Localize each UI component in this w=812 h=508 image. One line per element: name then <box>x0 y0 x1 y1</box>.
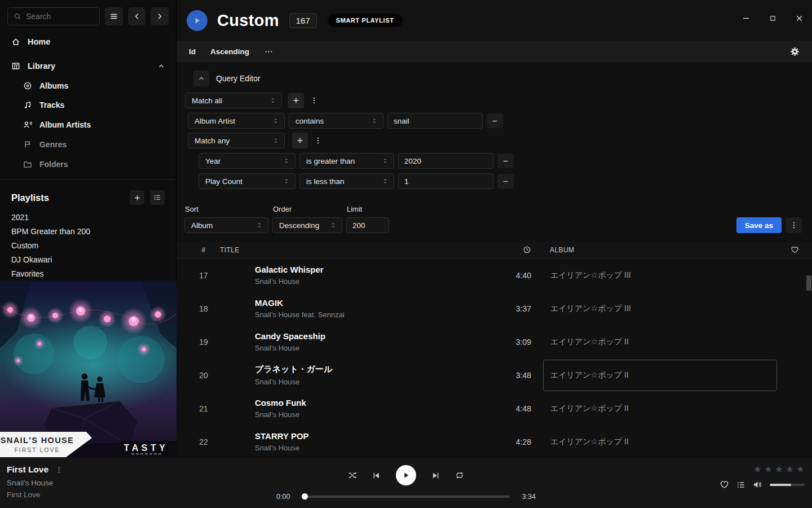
table-row[interactable]: 18 MAGIK Snail’s House feat. Sennzai 3:3… <box>176 292 812 325</box>
track-count-badge: 167 <box>289 13 317 28</box>
folders-label: Folders <box>39 160 68 169</box>
plus-icon <box>296 137 304 144</box>
sort-field-button[interactable]: Id <box>189 47 196 56</box>
root-match-select[interactable]: Match all <box>185 93 282 108</box>
volume-slider[interactable] <box>770 484 805 486</box>
player-right <box>720 465 805 489</box>
group-add-rule-button[interactable] <box>292 133 308 148</box>
rating-star-2[interactable] <box>764 465 773 474</box>
menu-button[interactable] <box>105 7 123 25</box>
now-playing-album-art[interactable]: SNAIL'S HOUSE FIRST LOVE TASTY <box>0 281 176 457</box>
queue-button[interactable] <box>736 480 745 489</box>
now-playing-info: First Love Snail’s House First Love <box>7 465 63 499</box>
song-album[interactable]: エイリアン☆ポップ II <box>543 393 777 424</box>
rule3-operator-select[interactable]: is less than <box>299 173 394 189</box>
add-rule-button[interactable] <box>288 93 304 108</box>
favorite-button[interactable] <box>720 480 729 489</box>
column-header-index[interactable]: # <box>192 246 215 254</box>
window-maximize-button[interactable] <box>767 13 778 23</box>
query-sort-select[interactable]: Album <box>184 217 268 233</box>
playlist-list-button[interactable] <box>150 190 165 205</box>
now-playing-menu-button[interactable] <box>55 466 63 474</box>
song-album[interactable]: エイリアン☆ポップ II <box>543 326 777 358</box>
rule1-remove-button[interactable] <box>487 113 503 128</box>
rating-star-3[interactable] <box>775 465 783 474</box>
rating-star-4[interactable] <box>785 465 794 474</box>
settings-button[interactable] <box>790 47 800 56</box>
rule2-remove-button[interactable] <box>497 154 514 168</box>
previous-track-button[interactable] <box>372 471 381 480</box>
column-header-duration[interactable] <box>486 246 531 254</box>
song-album[interactable]: エイリアン☆ポップ II <box>543 426 777 458</box>
window-minimize-button[interactable] <box>741 13 751 23</box>
rule3-field-value: Play Count <box>205 177 283 186</box>
sidebar-item-library[interactable]: Library <box>0 58 176 74</box>
query-limit-input[interactable] <box>346 217 389 233</box>
toolbar-more-button[interactable] <box>264 47 273 56</box>
repeat-button[interactable] <box>455 471 464 480</box>
next-track-button[interactable] <box>431 471 440 480</box>
table-row[interactable]: 21 Cosmo Funk Snail’s House 4:48 エイリアン☆ポ… <box>176 392 812 425</box>
playlist-item-2021[interactable]: 2021 <box>0 210 176 224</box>
save-as-button[interactable]: Save as <box>736 217 782 233</box>
select-updown-icon <box>371 117 378 124</box>
sidebar-item-album-artists[interactable]: Album Artists <box>0 117 176 133</box>
rule1-field-select[interactable]: Album Artist <box>188 113 285 129</box>
sidebar-item-folders[interactable]: Folders <box>0 156 176 172</box>
now-playing-title[interactable]: First Love <box>7 465 48 475</box>
rule3-value-input[interactable] <box>398 173 493 189</box>
search-box[interactable] <box>7 7 100 25</box>
save-menu-button[interactable] <box>786 217 802 233</box>
gear-icon <box>790 47 800 56</box>
now-playing-album[interactable]: First Love <box>7 491 63 499</box>
sidebar-item-home[interactable]: Home <box>0 34 176 50</box>
clock-icon <box>523 246 531 254</box>
playlist-item-dj-okawari[interactable]: DJ Okawari <box>0 252 176 266</box>
playlist-item-bpm[interactable]: BPM Greater than 200 <box>0 224 176 238</box>
play-playlist-button[interactable] <box>187 10 208 31</box>
seek-bar[interactable] <box>302 496 510 498</box>
nav-back-button[interactable] <box>128 7 146 25</box>
column-header-title[interactable]: TITLE <box>220 246 486 254</box>
rule2-value-input[interactable] <box>398 153 493 169</box>
add-playlist-button[interactable] <box>130 190 144 205</box>
group-match-select[interactable]: Match any <box>188 133 285 148</box>
rating-star-1[interactable] <box>753 465 762 474</box>
query-editor-collapse-button[interactable] <box>193 71 209 86</box>
rule3-field-select[interactable]: Play Count <box>198 173 295 189</box>
shuffle-button[interactable] <box>348 471 357 480</box>
table-row[interactable]: 20 プラネット・ガール Snail’s House 3:48 エイリアン☆ポッ… <box>176 358 812 392</box>
window-close-button[interactable] <box>794 13 804 23</box>
song-album[interactable]: エイリアン☆ポップ III <box>543 293 777 325</box>
now-playing-artist[interactable]: Snail’s House <box>7 479 63 487</box>
select-updown-icon <box>272 137 279 144</box>
column-header-album[interactable]: ALBUM <box>543 246 777 254</box>
sidebar-item-albums[interactable]: Albums <box>0 78 176 93</box>
sidebar-item-tracks[interactable]: Tracks <box>0 98 176 113</box>
rule1-operator-select[interactable]: contains <box>289 113 383 129</box>
play-pause-button[interactable] <box>396 465 416 485</box>
song-album-focused-cell[interactable]: エイリアン☆ポップ II <box>543 360 777 391</box>
playlist-item-custom[interactable]: Custom <box>0 238 176 252</box>
playlist-item-favorites[interactable]: Favorites <box>0 266 176 281</box>
nav-forward-button[interactable] <box>151 7 169 25</box>
song-album[interactable]: エイリアン☆ポップ III <box>543 260 777 291</box>
table-row[interactable]: 17 Galactic Whisper Snail’s House 4:40 エ… <box>176 259 812 292</box>
table-row[interactable]: 19 Candy Spaceship Snail’s House 3:09 エイ… <box>176 325 812 358</box>
root-group-menu-button[interactable] <box>308 93 320 108</box>
rule2-operator-select[interactable]: is greater than <box>299 153 394 169</box>
column-header-favorite[interactable] <box>777 246 812 254</box>
rule3-remove-button[interactable] <box>497 174 514 189</box>
rule1-value-input[interactable] <box>387 113 483 129</box>
mute-button[interactable] <box>753 480 762 489</box>
sort-order-button[interactable]: Ascending <box>210 47 249 56</box>
sidebar-item-genres[interactable]: Genres <box>0 137 176 152</box>
query-order-select[interactable]: Descending <box>272 217 342 233</box>
table-row[interactable]: 22 STARRY POP Snail’s House 4:28 エイリアン☆ポ… <box>176 425 812 458</box>
vertical-scrollbar-thumb[interactable] <box>806 275 811 291</box>
seek-handle[interactable] <box>302 493 308 500</box>
rule2-field-select[interactable]: Year <box>198 153 295 169</box>
rating-star-5[interactable] <box>796 465 805 474</box>
song-duration: 3:37 <box>486 304 531 313</box>
group-menu-button[interactable] <box>312 133 324 148</box>
